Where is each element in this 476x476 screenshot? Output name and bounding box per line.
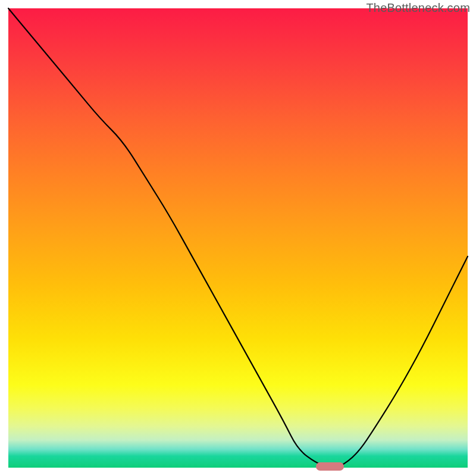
optimal-marker (316, 462, 343, 471)
bottleneck-chart: TheBottleneck.com (0, 0, 476, 476)
curve-svg (8, 8, 468, 468)
bottleneck-curve-path (8, 8, 468, 468)
